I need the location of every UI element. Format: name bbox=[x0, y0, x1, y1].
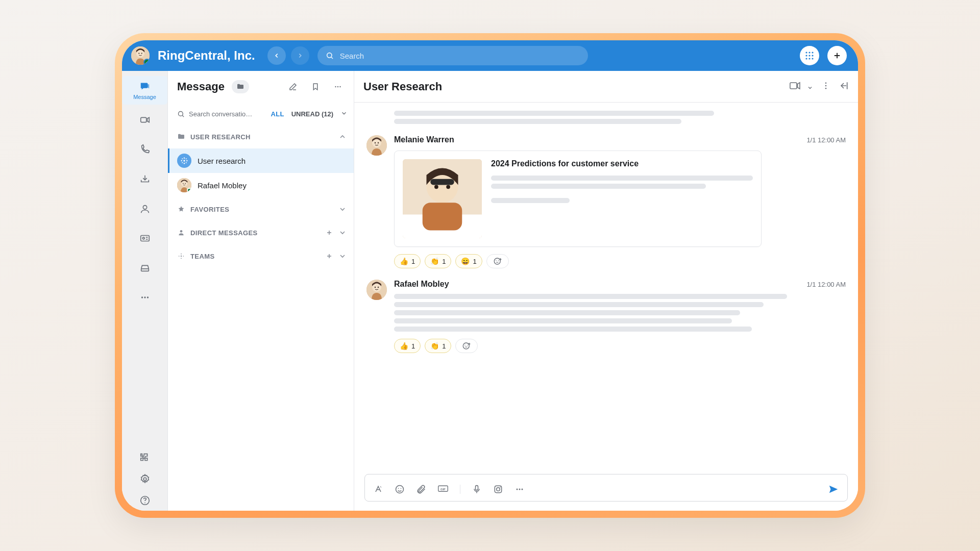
app-body: Message bbox=[122, 71, 858, 511]
compose-button[interactable] bbox=[285, 79, 301, 94]
svg-point-36 bbox=[183, 160, 185, 161]
panel-more-button[interactable] bbox=[330, 79, 346, 94]
message-timestamp: 1/1 12:00 AM bbox=[806, 281, 846, 288]
message: Melanie Warren 1/1 12:00 AM 2024 Predict… bbox=[366, 135, 846, 268]
star-icon bbox=[177, 205, 185, 213]
conversation-item-user-research[interactable]: User research bbox=[168, 148, 354, 173]
svg-point-34 bbox=[179, 111, 183, 116]
add-reaction-button[interactable] bbox=[486, 254, 509, 268]
group-header-direct-messages[interactable]: DIRECT MESSAGES bbox=[168, 221, 354, 244]
svg-rect-65 bbox=[423, 203, 462, 230]
rail-item-message[interactable]: Message bbox=[122, 76, 167, 105]
conversation-item-label: User research bbox=[198, 157, 246, 165]
emoji-icon bbox=[395, 484, 405, 494]
team-icon bbox=[177, 252, 185, 260]
rail-item-inbox[interactable] bbox=[122, 165, 167, 193]
emoji-button[interactable] bbox=[395, 484, 405, 494]
nav-forward-button[interactable] bbox=[291, 46, 309, 65]
svg-point-70 bbox=[496, 260, 497, 261]
toolbar-divider bbox=[460, 485, 460, 494]
collapse-right-icon bbox=[839, 81, 849, 91]
message-avatar[interactable] bbox=[366, 135, 387, 156]
svg-point-39 bbox=[181, 160, 182, 161]
message-timestamp: 1/1 12:00 AM bbox=[806, 136, 846, 144]
group-label: USER RESEARCH bbox=[190, 133, 251, 141]
message-avatar[interactable] bbox=[366, 280, 387, 300]
person-icon bbox=[177, 229, 185, 237]
group-header-user-research[interactable]: USER RESEARCH bbox=[168, 125, 354, 148]
reaction-pill[interactable]: 👏1 bbox=[425, 339, 451, 353]
chevron-down-icon bbox=[807, 85, 813, 91]
rail-item-card[interactable] bbox=[122, 224, 167, 253]
conversation-panel: Message Search conversatio… bbox=[168, 71, 354, 511]
start-video-button[interactable] bbox=[790, 81, 813, 93]
collapse-panel-button[interactable] bbox=[839, 81, 849, 93]
camera-button[interactable] bbox=[493, 484, 503, 494]
reaction-pill[interactable]: 😄1 bbox=[455, 254, 482, 268]
reaction-pill[interactable]: 👍1 bbox=[394, 339, 421, 353]
svg-point-80 bbox=[398, 488, 399, 489]
rail-apps-button[interactable] bbox=[135, 447, 155, 468]
bookmark-icon bbox=[311, 82, 320, 91]
composer-toolbar: GIF bbox=[373, 484, 839, 495]
add-reaction-button[interactable] bbox=[455, 339, 478, 353]
rail-item-video[interactable] bbox=[122, 106, 167, 134]
reaction-pill[interactable]: 👏1 bbox=[425, 254, 451, 268]
group-label: FAVORITES bbox=[190, 206, 229, 213]
mic-button[interactable] bbox=[472, 484, 482, 494]
new-action-button[interactable] bbox=[827, 46, 847, 65]
thread-panel: User Research bbox=[354, 71, 858, 511]
reaction-pill[interactable]: 👍1 bbox=[394, 254, 421, 268]
gif-button[interactable]: GIF bbox=[437, 484, 449, 494]
rail-help-button[interactable] bbox=[135, 490, 155, 511]
composer-more-button[interactable] bbox=[514, 484, 525, 494]
rail-item-phone[interactable] bbox=[122, 135, 167, 164]
bookmark-button[interactable] bbox=[308, 79, 323, 94]
svg-rect-24 bbox=[141, 269, 149, 271]
svg-point-58 bbox=[825, 85, 827, 86]
nav-back-button[interactable] bbox=[267, 46, 286, 65]
rail-item-contacts[interactable] bbox=[122, 194, 167, 223]
link-card[interactable]: 2024 Predictions for customer service bbox=[394, 151, 762, 247]
svg-point-88 bbox=[517, 489, 518, 490]
rail-item-more[interactable] bbox=[122, 283, 167, 312]
group-header-teams[interactable]: TEAMS bbox=[168, 244, 354, 268]
global-search[interactable] bbox=[317, 46, 588, 65]
rail-settings-button[interactable] bbox=[135, 469, 155, 489]
plus-icon[interactable] bbox=[325, 229, 333, 237]
format-button[interactable] bbox=[373, 484, 383, 494]
svg-point-8 bbox=[812, 52, 813, 53]
send-button[interactable] bbox=[828, 484, 839, 495]
message-composer[interactable]: GIF bbox=[364, 474, 848, 502]
folder-filter-button[interactable] bbox=[232, 80, 249, 93]
thread-more-button[interactable] bbox=[821, 81, 830, 92]
placeholder-line bbox=[394, 318, 732, 323]
conversation-item-rafael-mobley[interactable]: Rafael Mobley bbox=[168, 173, 354, 197]
conversation-search[interactable]: Search conversatio… bbox=[177, 110, 263, 118]
profile-avatar[interactable] bbox=[131, 46, 150, 65]
global-search-input[interactable] bbox=[339, 51, 580, 61]
text-format-icon bbox=[373, 484, 383, 494]
message: Rafael Mobley 1/1 12:00 AM 👍1 bbox=[366, 280, 846, 353]
plus-icon[interactable] bbox=[325, 252, 333, 260]
puzzle-icon bbox=[139, 452, 151, 463]
svg-point-49 bbox=[181, 254, 182, 255]
filter-all-tab[interactable]: ALL bbox=[271, 110, 284, 118]
filter-unread-tab[interactable]: UNREAD (12) bbox=[291, 110, 333, 118]
team-icon bbox=[180, 156, 189, 165]
svg-point-32 bbox=[337, 86, 338, 87]
message-author: Melanie Warren bbox=[394, 135, 454, 144]
svg-point-40 bbox=[186, 160, 187, 161]
gear-icon bbox=[139, 473, 151, 485]
message-author: Rafael Mobley bbox=[394, 280, 449, 289]
group-header-favorites[interactable]: FAVORITES bbox=[168, 197, 354, 221]
folder-icon bbox=[236, 83, 244, 91]
svg-point-12 bbox=[805, 58, 807, 59]
attach-button[interactable] bbox=[416, 484, 426, 494]
svg-point-21 bbox=[142, 237, 144, 239]
help-icon bbox=[139, 495, 151, 506]
rail-item-fax[interactable] bbox=[122, 254, 167, 282]
dialpad-button[interactable] bbox=[800, 46, 819, 65]
filter-dropdown[interactable] bbox=[340, 110, 348, 118]
search-icon bbox=[326, 52, 334, 60]
